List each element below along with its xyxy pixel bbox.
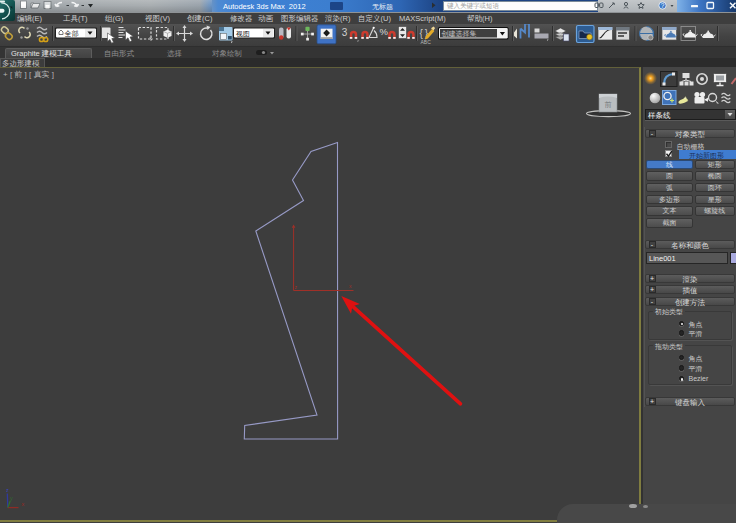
svg-text:3: 3	[342, 26, 348, 37]
svg-text:前: 前	[605, 101, 612, 108]
svg-text:全部: 全部	[65, 29, 79, 37]
svg-text:创建选择集: 创建选择集	[442, 29, 477, 37]
svg-text:z: z	[295, 284, 298, 290]
svg-text:%: %	[380, 25, 389, 36]
svg-text:视图: 视图	[236, 29, 250, 37]
svg-text:x: x	[349, 283, 352, 289]
svg-text:x: x	[22, 501, 25, 507]
svg-text:?: ?	[661, 2, 665, 9]
svg-text:y: y	[10, 495, 13, 501]
svg-text:z: z	[6, 487, 9, 493]
svg-text:ABC: ABC	[421, 38, 432, 44]
